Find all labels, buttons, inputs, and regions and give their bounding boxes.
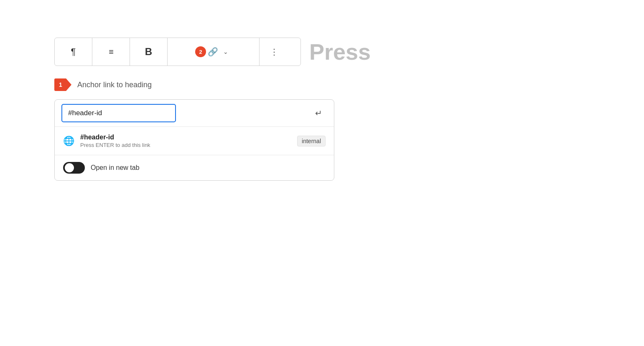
link-button[interactable]: 2 🔗 ⌄ [168, 38, 260, 66]
toggle-row: Open in new tab [55, 155, 334, 180]
editor-toolbar: ¶ ≡ B 2 🔗 ⌄ ⋮ [54, 38, 301, 66]
return-icon: ↵ [315, 108, 322, 118]
more-options-button[interactable]: ⋮ [260, 38, 289, 66]
link-panel: 3 ↵ 🌐 #header-id Press ENTER to add this… [54, 99, 334, 181]
toggle-label: Open in new tab [91, 164, 140, 172]
toggle-knob [65, 163, 74, 172]
more-icon: ⋮ [270, 47, 279, 57]
align-icon: ≡ [109, 47, 113, 57]
search-input[interactable] [61, 104, 176, 122]
step1-badge: 1 [54, 78, 66, 91]
page-heading: Press [309, 39, 371, 65]
suggestion-hint: Press ENTER to add this link [80, 142, 291, 148]
chevron-down-icon: ⌄ [223, 48, 228, 55]
search-row: 3 ↵ [55, 100, 334, 126]
search-input-wrapper: ↵ [61, 104, 327, 122]
open-in-new-tab-toggle[interactable] [63, 162, 85, 174]
suggestion-title: #header-id [80, 134, 291, 141]
paragraph-icon: ¶ [71, 46, 76, 57]
toolbar: ¶ ≡ B 2 🔗 ⌄ ⋮ Press [54, 38, 362, 66]
bold-button[interactable]: B [130, 38, 168, 66]
link-badge-group: 2 🔗 [199, 47, 218, 57]
step1-label: Anchor link to heading [77, 81, 152, 89]
paragraph-button[interactable]: ¶ [55, 38, 92, 66]
internal-badge: internal [297, 136, 326, 146]
step2-badge: 2 [195, 46, 206, 57]
suggestion-row[interactable]: 🌐 #header-id Press ENTER to add this lin… [55, 126, 334, 155]
link-icon: 🔗 [208, 47, 218, 57]
step1-annotation: 1 Anchor link to heading [54, 78, 362, 91]
globe-icon: 🌐 [63, 136, 74, 146]
bold-icon: B [145, 46, 152, 58]
suggestion-text: #header-id Press ENTER to add this link [80, 134, 291, 148]
align-button[interactable]: ≡ [92, 38, 130, 66]
